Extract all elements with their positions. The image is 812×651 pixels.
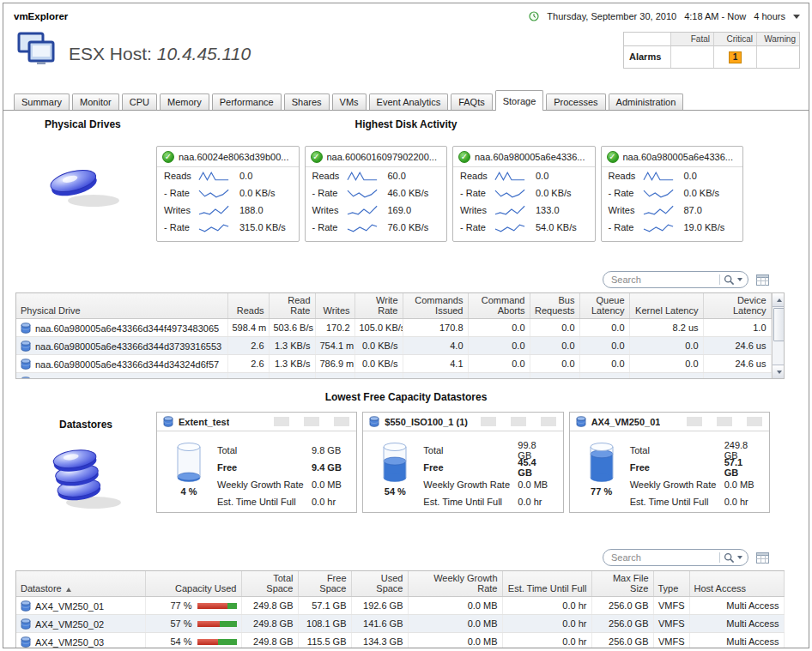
scrollbar-track[interactable]: [773, 307, 785, 365]
column-header[interactable]: Free Space: [298, 571, 351, 597]
column-header[interactable]: Est. Time Until Full: [502, 571, 591, 597]
scroll-up-button[interactable]: [773, 293, 785, 307]
breadcrumb-vmexplorer[interactable]: vmExplorer: [14, 11, 68, 21]
datastore-row[interactable]: AX4_VM250_01 77 % 249.8 GB 57.1 GB 192.6…: [16, 597, 784, 615]
tab[interactable]: Monitor: [72, 93, 119, 110]
tab[interactable]: Processes: [546, 93, 605, 110]
column-header[interactable]: Kernel Latency: [629, 293, 703, 319]
status-ok-icon: ✓: [311, 151, 323, 163]
column-header[interactable]: Max File Size: [591, 571, 653, 597]
drive-search-box[interactable]: [603, 271, 748, 288]
search-input[interactable]: [611, 552, 718, 563]
drive-row[interactable]: naa.60a980005a6e43366d344d34324d6f57 2.6…: [16, 355, 771, 373]
tab[interactable]: FAQts: [451, 93, 493, 110]
tab[interactable]: Event Analytics: [369, 93, 449, 110]
datastore-card-header: $550_ISO100_1 (1): [363, 413, 562, 431]
disk-activity-card[interactable]: ✓ naa.60a980005a6e4336... Reads 0.0 - Ra…: [452, 146, 596, 242]
fatal-count-cell[interactable]: [670, 46, 713, 68]
column-header[interactable]: Commands Issued: [403, 293, 468, 319]
metric-label: - Rate: [312, 222, 347, 232]
column-header[interactable]: Datastore: [16, 571, 145, 597]
cell-kernel-latency: 8.2 us: [629, 319, 703, 337]
alarms-panel: Fatal Critical Warning Alarms 1: [623, 32, 800, 69]
drive-name: naa.60a980005a6e43366d34...: [35, 377, 167, 380]
stat-row: Est. Time Until Full0.0 hr: [423, 493, 552, 510]
critical-count-badge[interactable]: 1: [729, 51, 742, 63]
chevron-down-icon[interactable]: [793, 15, 800, 19]
cell-queue-latency: 0.0: [579, 337, 629, 355]
disk-activity-card[interactable]: ✓ naa.6006016097902200... Reads 60.0 - R…: [305, 146, 448, 242]
column-header[interactable]: Write Rate: [354, 293, 403, 319]
search-divider: [719, 552, 720, 563]
scrollbar-thumb[interactable]: [773, 308, 785, 341]
search-button[interactable]: [724, 274, 742, 286]
tab[interactable]: Performance: [212, 93, 282, 110]
datastore-card[interactable]: $550_ISO100_1 (1): [362, 412, 563, 513]
capacity-percent: 4 %: [181, 486, 197, 497]
column-header[interactable]: Type: [653, 571, 689, 597]
cell-used-space: 134.3 GB: [351, 633, 408, 649]
column-header[interactable]: Bus Requests: [530, 293, 579, 319]
search-button[interactable]: [724, 552, 742, 564]
datastore-card[interactable]: Extent_test: [156, 412, 357, 513]
cell-read-rate: 0.0 KB/s: [269, 373, 315, 380]
column-header[interactable]: Command Aborts: [468, 293, 530, 319]
search-input[interactable]: [611, 274, 718, 285]
column-header[interactable]: Writes: [315, 293, 354, 319]
vertical-scrollbar[interactable]: [772, 293, 785, 378]
tab[interactable]: VMs: [332, 93, 367, 110]
drive-icon: [21, 377, 31, 380]
column-header[interactable]: Device Latency: [703, 293, 771, 319]
stat-row: Free57.1 GB: [630, 459, 759, 476]
drive-icon: [21, 359, 31, 370]
search-options-caret-icon[interactable]: [737, 556, 742, 559]
capacity-percent: 54 %: [385, 486, 406, 497]
column-header[interactable]: Queue Latency: [579, 293, 629, 319]
drive-row[interactable]: naa.60a980005a6e43366d344f4973483065 598…: [16, 319, 771, 337]
tab[interactable]: Administration: [609, 93, 684, 110]
esx-host-icon: [17, 32, 57, 66]
search-options-caret-icon[interactable]: [737, 278, 742, 281]
warning-count-cell[interactable]: [756, 46, 799, 68]
drive-row[interactable]: naa.60a980005a6e43366d344d3739316553 2.6…: [16, 337, 771, 355]
critical-count-cell[interactable]: 1: [713, 46, 756, 68]
datastore-row[interactable]: AX4_VM250_03 54 % 249.8 GB 115.5 GB 134.…: [16, 633, 784, 649]
disk-activity-card[interactable]: ✓ naa.60024e8063d39b00... Reads 0.0 - Ra…: [156, 146, 300, 242]
table-customizer-icon[interactable]: [756, 274, 769, 286]
disk-activity-card[interactable]: ✓ naa.60a980005a6e4336... Reads 0.0 - Ra…: [601, 146, 744, 242]
datastore-row[interactable]: AX4_VM250_02 57 % 249.8 GB 108.1 GB 141.…: [16, 615, 784, 633]
cell-writes: 754.1 m: [315, 337, 354, 355]
stat-label: Free: [630, 462, 724, 473]
datastore-search-box[interactable]: [603, 549, 748, 566]
table-customizer-icon[interactable]: [756, 552, 769, 564]
stat-label: Total: [423, 445, 518, 455]
cell-capacity-used: 77 %: [145, 597, 241, 615]
metric-value: 133.0: [536, 205, 560, 215]
scroll-down-button[interactable]: [773, 365, 785, 378]
column-header[interactable]: Read Rate: [269, 293, 315, 319]
tab[interactable]: CPU: [122, 93, 157, 110]
tab[interactable]: Memory: [160, 93, 209, 110]
drive-row[interactable]: naa.60a980005a6e43366d34... 0.0 0.0 KB/s…: [16, 373, 771, 380]
time-range-selector[interactable]: Thursday, September 30, 2010 4:18 AM - N…: [529, 11, 800, 21]
stat-row: Total99.8 GB: [423, 442, 552, 459]
cell-weekly-growth: 0.0 MB: [408, 597, 502, 615]
cell-command-aborts: 0.0: [468, 355, 530, 373]
tab[interactable]: Storage: [495, 90, 544, 111]
arrow-down-icon: [777, 371, 782, 374]
metric-row: Reads 0.0: [453, 167, 595, 184]
datastore-card[interactable]: AX4_VM250_01: [569, 412, 770, 513]
column-header[interactable]: Physical Drive: [16, 293, 227, 319]
cell-type: VMFS: [653, 633, 689, 649]
column-header[interactable]: Host Access: [689, 571, 784, 597]
column-header[interactable]: Reads: [227, 293, 269, 319]
column-header[interactable]: Total Space: [241, 571, 298, 597]
column-header[interactable]: Used Space: [351, 571, 408, 597]
column-header[interactable]: Weekly Growth Rate: [408, 571, 502, 597]
tab[interactable]: Summary: [14, 93, 70, 110]
cell-max-file-size: 256.0 GB: [591, 615, 653, 633]
datastores-icon-col: Datastores: [15, 412, 156, 513]
tab[interactable]: Shares: [284, 93, 330, 110]
cell-max-file-size: 256.0 GB: [591, 597, 653, 615]
column-header[interactable]: Capacity Used: [145, 571, 241, 597]
